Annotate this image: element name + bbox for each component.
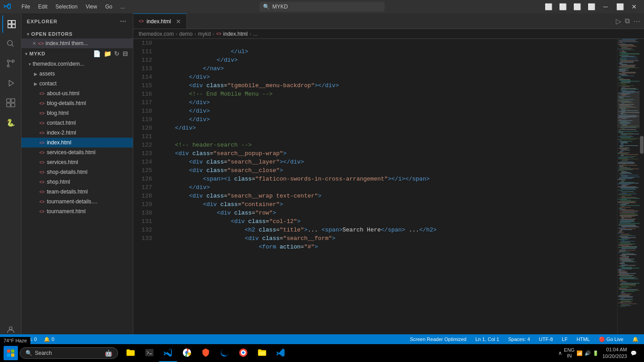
line-num-127: 127 bbox=[137, 183, 152, 192]
tray-lang[interactable]: ENGIN bbox=[564, 347, 575, 359]
tree-file-index[interactable]: <> index.html bbox=[21, 138, 133, 147]
folder-contact-name: contact bbox=[39, 80, 57, 87]
new-folder-mykd-icon[interactable]: 📁 bbox=[103, 50, 113, 58]
tab-index-html[interactable]: <> index.html ✕ bbox=[133, 13, 187, 29]
tree-file-team-details[interactable]: <> team-details.html bbox=[21, 187, 133, 197]
new-file-mykd-icon[interactable]: 📄 bbox=[92, 50, 102, 58]
notification-button[interactable]: 💬 bbox=[631, 350, 637, 356]
line-col-status[interactable]: Ln 1, Col 1 bbox=[474, 337, 501, 342]
tree-file-shop[interactable]: <> shop.html bbox=[21, 177, 133, 187]
battery-icon[interactable]: 🔋 bbox=[593, 350, 599, 356]
language-status[interactable]: HTML bbox=[575, 337, 592, 342]
tree-file-shop-details[interactable]: <> shop-details.html bbox=[21, 167, 133, 177]
taskbar-chrome2[interactable] bbox=[234, 344, 252, 362]
menu-go[interactable]: Go bbox=[102, 3, 116, 11]
activity-item-search[interactable] bbox=[2, 35, 20, 53]
notifications-status-item[interactable]: 🔔 0 bbox=[42, 337, 56, 342]
close-button[interactable]: ✕ bbox=[628, 2, 640, 12]
activity-item-explorer[interactable] bbox=[2, 15, 20, 33]
taskbar-search-label: Search bbox=[35, 350, 52, 356]
line-ending-status[interactable]: LF bbox=[560, 337, 569, 342]
tree-folder-assets[interactable]: ▶ assets bbox=[21, 69, 133, 79]
tab-bar: <> index.html ✕ ▷ ⧉ ⋯ bbox=[133, 13, 644, 29]
tree-file-tournament-details[interactable]: <> tournament-details.... bbox=[21, 197, 133, 206]
taskbar-vscode2[interactable] bbox=[272, 344, 290, 362]
taskbar-search-box[interactable]: 🔍 Search 🤖 bbox=[20, 347, 118, 359]
sidebar-toggle-button[interactable]: ⬜ bbox=[542, 2, 555, 12]
scrollbar-thumb[interactable] bbox=[640, 136, 644, 154]
wifi-icon[interactable]: 📶 bbox=[576, 350, 583, 356]
taskbar-brave[interactable] bbox=[197, 344, 215, 362]
system-tray: ∧ ENGIN 📶 🔊 🔋 bbox=[558, 347, 599, 359]
restore-button[interactable]: ⬜ bbox=[614, 2, 626, 12]
taskbar-file-explorer[interactable] bbox=[122, 344, 140, 362]
activity-item-python[interactable]: 🐍 bbox=[2, 114, 20, 131]
taskbar-edge[interactable] bbox=[216, 344, 233, 362]
new-file-icon[interactable]: ⋯ bbox=[119, 17, 127, 26]
tree-file-about-us[interactable]: <> about-us.html bbox=[21, 88, 133, 98]
notifications-count: 0 bbox=[51, 337, 54, 342]
taskbar-chrome[interactable] bbox=[178, 344, 196, 362]
run-button[interactable]: ▷ bbox=[616, 17, 621, 25]
taskbar-files[interactable] bbox=[253, 344, 271, 362]
tree-folder-contact[interactable]: ▶ contact bbox=[21, 79, 133, 88]
live-server-status[interactable]: 🔴 Go Live bbox=[597, 337, 625, 342]
editor-layout-button[interactable]: ⬜ bbox=[556, 2, 569, 12]
screen-reader-status[interactable]: Screen Reader Optimized bbox=[408, 337, 468, 342]
breadcrumb-ellipsis[interactable]: ... bbox=[253, 31, 258, 37]
menu-file[interactable]: File bbox=[18, 3, 34, 11]
svg-rect-11 bbox=[11, 349, 14, 353]
tab-html-icon: <> bbox=[139, 19, 144, 24]
tree-file-tournament[interactable]: <> tournament.html bbox=[21, 206, 133, 216]
html-icon-team-details: <> bbox=[39, 189, 45, 194]
tree-file-index2[interactable]: <> index-2.html bbox=[21, 128, 133, 138]
editor-close-icon[interactable]: ✕ bbox=[32, 41, 36, 46]
minimize-button[interactable]: ─ bbox=[599, 2, 612, 12]
menu-selection[interactable]: Selection bbox=[52, 3, 81, 11]
refresh-mykd-icon[interactable]: ↻ bbox=[113, 50, 121, 58]
mykd-section-header[interactable]: ▾ MYKD 📄 📁 ↻ ⊟ bbox=[21, 48, 133, 59]
panel-toggle-button[interactable]: ⬜ bbox=[571, 2, 583, 12]
sidebar-title-text: EXPLORER bbox=[27, 19, 58, 24]
menu-view[interactable]: View bbox=[82, 3, 101, 11]
activity-item-run[interactable] bbox=[2, 74, 20, 92]
tree-file-blog-details[interactable]: <> blog-details.html bbox=[21, 98, 133, 108]
status-right: Screen Reader Optimized Ln 1, Col 1 Spac… bbox=[408, 337, 640, 342]
live-icon: 🔴 bbox=[599, 337, 605, 342]
svg-rect-10 bbox=[7, 349, 10, 353]
taskbar-vscode[interactable] bbox=[159, 344, 177, 362]
breadcrumb-themedox[interactable]: themedox.com bbox=[139, 31, 174, 37]
bell-status[interactable]: 🔔 bbox=[631, 337, 640, 342]
more-actions-button[interactable]: ⋯ bbox=[633, 17, 640, 25]
speaker-icon[interactable]: 🔊 bbox=[585, 350, 591, 356]
tree-file-blog[interactable]: <> blog.html bbox=[21, 108, 133, 118]
datetime-display[interactable]: 01:04 AM 10/20/2023 bbox=[602, 346, 627, 360]
code-editor[interactable]: </ul> </div> </nav> </div> <div class="t… bbox=[156, 39, 617, 362]
encoding-status[interactable]: UTF-8 bbox=[537, 337, 555, 342]
vertical-scrollbar[interactable] bbox=[640, 39, 644, 362]
collapse-mykd-icon[interactable]: ⊟ bbox=[122, 50, 129, 58]
tree-file-contact[interactable]: <> contact.html bbox=[21, 118, 133, 128]
activity-item-source-control[interactable] bbox=[2, 55, 20, 72]
tray-chevron-icon[interactable]: ∧ bbox=[558, 350, 562, 356]
open-editor-item-index[interactable]: ✕ <> index.html them... bbox=[21, 38, 133, 48]
tree-file-services[interactable]: <> services.html bbox=[21, 157, 133, 167]
menu-more[interactable]: ... bbox=[117, 3, 128, 11]
breadcrumb-file[interactable]: index.html bbox=[223, 31, 248, 37]
split-editor-button[interactable]: ⧉ bbox=[625, 17, 630, 25]
start-button[interactable] bbox=[4, 346, 18, 360]
svg-rect-5 bbox=[11, 99, 14, 102]
open-editors-header[interactable]: ▾ OPEN EDITORS bbox=[21, 29, 133, 38]
tab-close-button[interactable]: ✕ bbox=[176, 18, 181, 25]
activity-item-extensions[interactable] bbox=[2, 94, 20, 112]
customize-layout-button[interactable]: ⬜ bbox=[585, 2, 597, 12]
breadcrumb-mykd[interactable]: mykd bbox=[198, 31, 211, 37]
spaces-status[interactable]: Spaces: 4 bbox=[506, 337, 532, 342]
tree-file-services-details[interactable]: <> services-details.html bbox=[21, 147, 133, 157]
taskbar-terminal[interactable] bbox=[140, 344, 158, 362]
html-icon-blog: <> bbox=[39, 111, 45, 116]
menu-edit[interactable]: Edit bbox=[34, 3, 51, 11]
title-search[interactable]: 🔍 MYKD bbox=[259, 2, 385, 12]
breadcrumb-demo[interactable]: demo bbox=[179, 31, 193, 37]
tree-root-folder[interactable]: ▾ themedox.com\dem... bbox=[21, 59, 133, 69]
